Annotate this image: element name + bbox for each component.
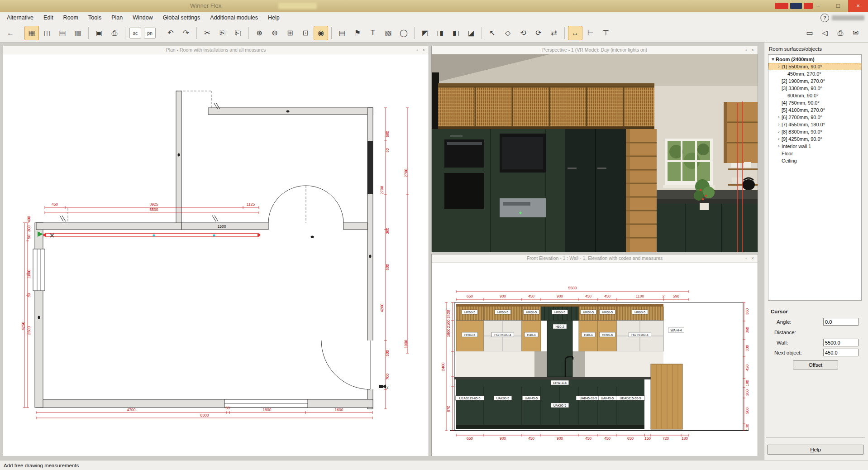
window-layout-icon[interactable]: ◫ [40, 26, 54, 40]
angle-input[interactable] [823, 318, 858, 326]
print-view-icon[interactable]: ⎙ [833, 26, 848, 40]
menu-help[interactable]: Help [263, 12, 285, 24]
menu-room[interactable]: Room [58, 12, 83, 24]
annotation-icon[interactable]: ▤ [335, 26, 349, 40]
view-elevation-icon[interactable]: ◨ [433, 26, 448, 40]
perspective-panel-titlebar[interactable]: Perspective - 1 (VR Mode): Day (interior… [432, 46, 758, 54]
distribute-icon[interactable]: ⇄ [547, 26, 561, 40]
text-icon[interactable]: T [366, 26, 380, 40]
pn-button[interactable]: pn [144, 28, 156, 38]
chevron-right-icon[interactable]: › [776, 143, 782, 150]
report-icon[interactable]: ▤ [55, 26, 70, 40]
menu-tools[interactable]: Tools [83, 12, 106, 24]
plan-drawing[interactable]: 4503925112555001500470050190016008300600… [3, 54, 429, 456]
view-3d-icon[interactable]: ◩ [418, 26, 432, 40]
pointer-icon[interactable]: ↖ [485, 26, 500, 40]
menu-window[interactable]: Window [128, 12, 157, 24]
paste-icon[interactable]: ⎗ [231, 26, 245, 40]
tree-item[interactable]: 600mm, 90.0° [768, 92, 861, 99]
perspective-render[interactable] [432, 54, 758, 252]
tree-item[interactable]: 450mm, 270.0° [768, 70, 861, 77]
zoom-previous-icon[interactable]: ◉ [314, 26, 328, 40]
image-icon[interactable]: ▧ [381, 26, 396, 40]
wall-distance-input[interactable] [823, 339, 858, 346]
tree-item[interactable]: Floor [768, 150, 861, 157]
cut-icon[interactable]: ✂ [200, 26, 215, 40]
chevron-right-icon[interactable]: › [776, 135, 782, 143]
tree-item[interactable]: ›[7] 4550mm, 180.0° [768, 121, 861, 128]
flag-icon[interactable]: ⚑ [350, 26, 365, 40]
dimension-icon[interactable]: ⊢ [583, 26, 598, 40]
elevation-close-button[interactable]: × [749, 256, 756, 261]
tree-item[interactable]: ›[8] 8300mm, 90.0° [768, 128, 861, 135]
redo-icon[interactable]: ↷ [179, 26, 193, 40]
menu-edit[interactable]: Edit [38, 12, 58, 24]
chevron-down-icon[interactable]: ▾ [770, 56, 776, 63]
tree-item-label: 450mm, 270.0° [787, 70, 821, 77]
perspective-close-button[interactable]: × [749, 48, 756, 53]
section-icon[interactable]: ⊤ [599, 26, 613, 40]
svg-text:5500: 5500 [150, 207, 158, 212]
svg-text:2500: 2500 [27, 326, 31, 335]
circle-arc-icon[interactable]: ◯ [396, 26, 411, 40]
copy-icon[interactable]: ⎘ [215, 26, 230, 40]
zoom-extents-icon[interactable]: ⊡ [298, 26, 313, 40]
undo-icon[interactable]: ↶ [163, 26, 178, 40]
tree-item[interactable]: [4] 750mm, 90.0° [768, 99, 861, 106]
tree-item[interactable]: Ceiling [768, 157, 861, 164]
select-3d-icon[interactable]: ◇ [501, 26, 515, 40]
back-arrow-icon[interactable]: ← [3, 26, 18, 40]
tree-item[interactable]: ›[9] 4250mm, 90.0° [768, 135, 861, 143]
close-button[interactable]: × [848, 0, 868, 12]
open-plan-icon[interactable]: ▦ [24, 26, 39, 40]
zoom-in-icon[interactable]: ⊕ [252, 26, 267, 40]
zoom-out-icon[interactable]: ⊖ [267, 26, 282, 40]
tree-item[interactable]: ›[6] 2700mm, 90.0° [768, 114, 861, 121]
plan-fixtures [38, 110, 386, 389]
selected-wall-highlight[interactable] [38, 231, 260, 237]
report-columns-icon[interactable]: ▥ [71, 26, 85, 40]
plan-panel-titlebar[interactable]: Plan - Room with installations and all m… [3, 46, 429, 54]
next-object-input[interactable] [823, 349, 858, 356]
help-button[interactable]: Help [767, 445, 864, 455]
offset-button[interactable]: Offset [793, 360, 838, 369]
zoom-window-icon[interactable]: ⊞ [283, 26, 297, 40]
chevron-right-icon[interactable]: › [776, 114, 782, 121]
plan-restore-button[interactable]: ▫ [414, 48, 420, 53]
chevron-right-icon[interactable]: › [776, 121, 782, 128]
svg-text:8300: 8300 [200, 413, 209, 417]
elevation-restore-button[interactable]: ▫ [743, 256, 749, 261]
tree-item[interactable]: [3] 3300mm, 90.0° [768, 85, 861, 92]
send-back-icon[interactable]: ◁ [818, 26, 832, 40]
elevation-drawing[interactable]: 5500650900450900450450110025982400210018… [432, 263, 758, 456]
plan-close-button[interactable]: × [420, 48, 427, 53]
mail-icon[interactable]: ✉ [849, 26, 863, 40]
menu-plan[interactable]: Plan [106, 12, 128, 24]
tree-item[interactable]: ›Interior wall 1 [768, 143, 861, 150]
rotate-left-icon[interactable]: ⟲ [516, 26, 530, 40]
save-icon[interactable]: ▣ [92, 26, 106, 40]
elevation-panel-titlebar[interactable]: Front Elevation - 1 : Wall - 1, Elevatio… [432, 254, 758, 263]
rotate-right-icon[interactable]: ⟳ [531, 26, 546, 40]
perspective-restore-button[interactable]: ▫ [743, 48, 749, 53]
tree-item[interactable]: ▾Room (2400mm) [768, 56, 861, 63]
menu-alternative[interactable]: Alternative [2, 12, 38, 24]
sc-button[interactable]: sc [129, 28, 141, 38]
tree-item[interactable]: [5] 4100mm, 270.0° [768, 106, 861, 114]
tree-item[interactable]: ›[1] 5500mm, 90.0° [768, 63, 861, 70]
minimize-button[interactable]: – [808, 0, 828, 12]
chevron-right-icon[interactable]: › [776, 63, 782, 70]
menu-additional-modules[interactable]: Additional modules [205, 12, 263, 24]
plan-panel-title: Plan - Room with installations and all m… [3, 46, 429, 54]
print-icon[interactable]: ⎙ [107, 26, 122, 40]
view-plan-icon[interactable]: ◧ [448, 26, 463, 40]
chevron-right-icon[interactable]: › [776, 128, 782, 135]
maximize-button[interactable]: □ [828, 0, 848, 12]
snapshot-icon[interactable]: ▭ [802, 26, 817, 40]
tree-item[interactable]: [2] 1900mm, 270.0° [768, 77, 861, 85]
menu-global-settings[interactable]: Global settings [158, 12, 205, 24]
view-walls-icon[interactable]: ◪ [464, 26, 478, 40]
help-circle-icon[interactable]: ? [820, 14, 829, 22]
measure-icon[interactable]: ↔ [568, 26, 582, 40]
toolbar-separator [88, 27, 89, 39]
